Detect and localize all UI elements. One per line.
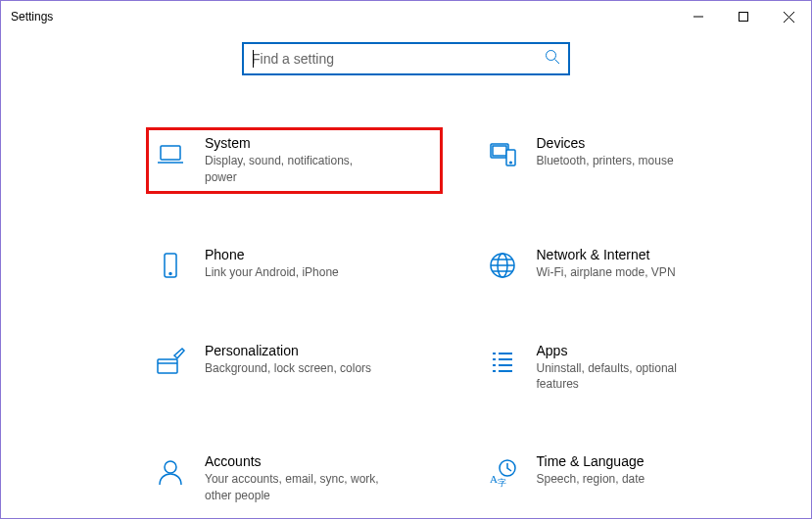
category-text: System Display, sound, notifications, po… xyxy=(205,135,381,186)
category-text: Time & Language Speech, region, date xyxy=(537,453,645,488)
category-desc: Your accounts, email, sync, work, other … xyxy=(205,471,381,504)
category-text: Accounts Your accounts, email, sync, wor… xyxy=(205,453,381,504)
svg-text:字: 字 xyxy=(498,478,506,488)
search-box[interactable] xyxy=(242,42,570,75)
search-container xyxy=(1,42,811,75)
category-desc: Display, sound, notifications, power xyxy=(205,153,381,186)
maximize-icon xyxy=(739,12,748,22)
category-devices[interactable]: Devices Bluetooth, printers, mouse xyxy=(480,129,773,192)
svg-point-12 xyxy=(165,461,176,473)
maximize-button[interactable] xyxy=(721,1,766,32)
paintbrush-icon xyxy=(154,345,187,378)
category-title: Time & Language xyxy=(537,453,645,469)
category-text: Devices Bluetooth, printers, mouse xyxy=(537,135,674,169)
minimize-button[interactable] xyxy=(676,1,721,32)
text-cursor xyxy=(253,50,254,68)
category-desc: Background, lock screen, colors xyxy=(205,360,371,377)
category-phone[interactable]: Phone Link your Android, iPhone xyxy=(148,241,441,288)
window-controls xyxy=(676,1,811,32)
category-text: Personalization Background, lock screen,… xyxy=(205,343,371,377)
category-time-language[interactable]: A字 Time & Language Speech, region, date xyxy=(480,448,773,510)
category-desc: Speech, region, date xyxy=(537,471,645,488)
apps-list-icon xyxy=(486,345,519,378)
minimize-icon xyxy=(693,12,703,22)
svg-rect-4 xyxy=(493,146,506,156)
category-text: Network & Internet Wi-Fi, airplane mode,… xyxy=(537,247,676,281)
category-title: Network & Internet xyxy=(537,247,676,262)
category-title: Apps xyxy=(537,343,713,358)
window-title: Settings xyxy=(11,10,53,24)
category-accounts[interactable]: Accounts Your accounts, email, sync, wor… xyxy=(148,448,441,510)
category-desc: Bluetooth, printers, mouse xyxy=(537,153,674,169)
category-personalization[interactable]: Personalization Background, lock screen,… xyxy=(148,337,441,400)
category-system[interactable]: System Display, sound, notifications, po… xyxy=(148,129,441,192)
category-apps[interactable]: Apps Uninstall, defaults, optional featu… xyxy=(480,337,773,400)
svg-point-6 xyxy=(509,162,511,164)
category-desc: Wi-Fi, airplane mode, VPN xyxy=(537,264,676,281)
time-language-icon: A字 xyxy=(486,455,519,489)
category-title: Personalization xyxy=(205,343,371,358)
category-title: Accounts xyxy=(205,453,381,469)
close-button[interactable] xyxy=(766,1,811,32)
search-icon[interactable] xyxy=(545,49,560,69)
svg-rect-2 xyxy=(161,146,180,160)
phone-icon xyxy=(154,249,187,282)
category-desc: Uninstall, defaults, optional features xyxy=(537,360,713,394)
laptop-icon xyxy=(154,137,187,170)
category-title: Devices xyxy=(537,135,674,151)
search-input[interactable] xyxy=(252,51,545,67)
person-icon xyxy=(154,455,187,489)
category-desc: Link your Android, iPhone xyxy=(205,264,339,281)
devices-icon xyxy=(486,137,519,170)
svg-point-8 xyxy=(169,272,171,274)
category-title: System xyxy=(205,135,381,151)
category-text: Phone Link your Android, iPhone xyxy=(205,247,339,281)
svg-point-1 xyxy=(547,51,556,61)
category-title: Phone xyxy=(205,247,339,262)
globe-icon xyxy=(486,249,519,282)
category-text: Apps Uninstall, defaults, optional featu… xyxy=(537,343,713,394)
category-network[interactable]: Network & Internet Wi-Fi, airplane mode,… xyxy=(480,241,773,288)
svg-rect-0 xyxy=(740,13,748,22)
svg-rect-11 xyxy=(158,359,177,373)
svg-text:A: A xyxy=(490,473,498,485)
settings-grid: System Display, sound, notifications, po… xyxy=(1,129,811,510)
close-icon xyxy=(784,12,794,23)
